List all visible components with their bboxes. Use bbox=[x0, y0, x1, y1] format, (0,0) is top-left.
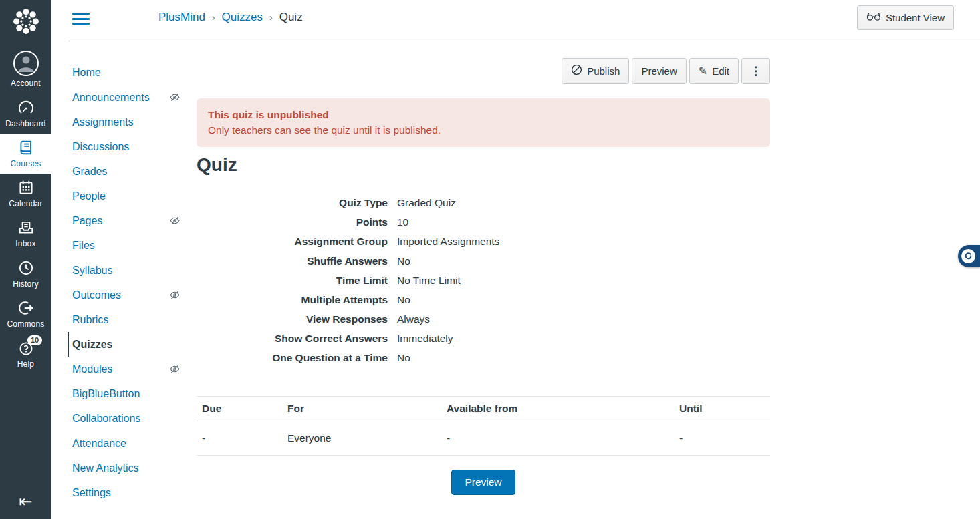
collapse-sidebar-icon[interactable]: ⇤ bbox=[0, 486, 51, 519]
publish-button[interactable]: Publish bbox=[562, 58, 629, 84]
detail-row-assignment-group: Assignment Group Imported Assignments bbox=[197, 236, 770, 255]
canvas-logo-icon[interactable] bbox=[0, 0, 51, 45]
hidden-eye-icon bbox=[169, 215, 180, 226]
sidebar-item-inbox[interactable]: Inbox bbox=[0, 214, 51, 254]
glasses-icon bbox=[866, 11, 881, 24]
sidebar-item-label: Calendar bbox=[9, 199, 42, 208]
publish-label: Publish bbox=[587, 65, 620, 77]
course-nav: Home Announcements Assignments Discussio… bbox=[51, 41, 197, 519]
cell-due: - bbox=[197, 421, 282, 456]
more-options-button[interactable]: ⋮ bbox=[741, 58, 770, 84]
page-title: Quiz bbox=[197, 154, 770, 176]
sidebar-item-label: Courses bbox=[10, 159, 41, 168]
breadcrumb-current: Quiz bbox=[279, 11, 303, 24]
student-view-label: Student View bbox=[886, 11, 945, 24]
sidebar-item-account[interactable]: Account bbox=[0, 45, 51, 94]
course-nav-attendance[interactable]: Attendance bbox=[72, 431, 180, 456]
hidden-eye-icon bbox=[169, 92, 180, 103]
detail-row-time-limit: Time Limit No Time Limit bbox=[197, 275, 770, 294]
col-header-for: For bbox=[282, 397, 441, 421]
sidebar-item-label: Account bbox=[11, 79, 41, 88]
course-nav-discussions[interactable]: Discussions bbox=[72, 134, 180, 159]
course-nav-quizzes[interactable]: Quizzes bbox=[68, 332, 176, 357]
help-badge: 10 bbox=[27, 335, 42, 345]
cell-until: - bbox=[674, 421, 770, 456]
breadcrumb: PlusMind › Quizzes › Quiz bbox=[158, 11, 303, 24]
header-divider bbox=[68, 41, 980, 41]
course-nav-home[interactable]: Home bbox=[72, 60, 180, 85]
course-nav-announcements[interactable]: Announcements bbox=[72, 85, 180, 110]
edit-button[interactable]: ✎ Edit bbox=[689, 58, 739, 84]
detail-row-view-responses: View Responses Always bbox=[197, 313, 770, 333]
detail-row-multiple-attempts: Multiple Attempts No bbox=[197, 294, 770, 313]
cell-for: Everyone bbox=[282, 421, 441, 456]
course-nav-grades[interactable]: Grades bbox=[72, 159, 180, 184]
sidebar-item-label: Dashboard bbox=[5, 119, 46, 128]
availability-table: Due For Available from Until - Everyone … bbox=[197, 396, 770, 456]
course-nav-outcomes[interactable]: Outcomes bbox=[72, 283, 180, 307]
clock-icon bbox=[17, 259, 35, 277]
course-nav-settings[interactable]: Settings bbox=[72, 480, 180, 505]
col-header-until: Until bbox=[674, 397, 770, 421]
hidden-eye-icon bbox=[169, 363, 180, 375]
canvas-app: Account Dashboard Courses bbox=[0, 0, 980, 519]
detail-row-show-correct-answers: Show Correct Answers Immediately bbox=[197, 333, 770, 352]
course-nav-bigbluebutton[interactable]: BigBlueButton bbox=[72, 381, 180, 406]
sidebar-item-label: History bbox=[13, 279, 39, 289]
pencil-icon: ✎ bbox=[699, 66, 707, 77]
quiz-details: Quiz Type Graded Quiz Points 10 Assignme… bbox=[197, 197, 770, 371]
hidden-eye-icon bbox=[169, 289, 180, 301]
detail-row-quiz-type: Quiz Type Graded Quiz bbox=[197, 197, 770, 216]
course-nav-collaborations[interactable]: Collaborations bbox=[72, 406, 180, 431]
cell-available-from: - bbox=[441, 421, 674, 456]
breadcrumb-quizzes-link[interactable]: Quizzes bbox=[222, 11, 263, 24]
breadcrumb-separator: › bbox=[212, 12, 215, 23]
sidebar-item-dashboard[interactable]: Dashboard bbox=[0, 94, 51, 134]
sidebar-item-label: Help bbox=[17, 359, 34, 369]
avatar bbox=[13, 51, 39, 76]
main-region: PlusMind › Quizzes › Quiz Student View bbox=[51, 0, 980, 519]
course-nav-modules[interactable]: Modules bbox=[72, 357, 180, 381]
preview-button-bottom[interactable]: Preview bbox=[451, 470, 515, 495]
sidebar-item-calendar[interactable]: Calendar bbox=[0, 174, 51, 214]
preview-label: Preview bbox=[641, 65, 677, 77]
alert-message: Only teachers can see the quiz until it … bbox=[208, 122, 759, 138]
quiz-toolbar: Publish Preview ✎ Edit ⋮ bbox=[197, 58, 770, 84]
preview-button-top[interactable]: Preview bbox=[632, 58, 686, 84]
col-header-available-from: Available from bbox=[441, 397, 674, 421]
calendar-icon bbox=[17, 179, 35, 196]
extension-widget[interactable] bbox=[958, 245, 980, 267]
course-nav-rubrics[interactable]: Rubrics bbox=[72, 307, 180, 332]
breadcrumb-course-link[interactable]: PlusMind bbox=[158, 11, 205, 24]
book-icon bbox=[17, 139, 35, 156]
course-nav-pages[interactable]: Pages bbox=[72, 208, 180, 233]
sidebar-item-commons[interactable]: Commons bbox=[0, 294, 51, 334]
sidebar-item-help[interactable]: 10 Help bbox=[0, 334, 51, 374]
detail-row-points: Points 10 bbox=[197, 216, 770, 236]
topbar: PlusMind › Quizzes › Quiz Student View bbox=[51, 0, 980, 41]
alert-title: This quiz is unpublished bbox=[208, 107, 759, 122]
table-row: - Everyone - - bbox=[197, 421, 770, 456]
detail-row-shuffle-answers: Shuffle Answers No bbox=[197, 255, 770, 275]
ban-icon bbox=[571, 64, 582, 78]
sidebar-item-label: Commons bbox=[7, 319, 44, 329]
student-view-button[interactable]: Student View bbox=[857, 5, 954, 30]
global-nav: Account Dashboard Courses bbox=[0, 0, 51, 519]
col-header-due: Due bbox=[197, 397, 282, 421]
breadcrumb-separator: › bbox=[269, 12, 273, 23]
sidebar-item-label: Inbox bbox=[15, 239, 35, 248]
hamburger-menu-icon[interactable] bbox=[72, 11, 90, 26]
course-nav-syllabus[interactable]: Syllabus bbox=[72, 258, 180, 283]
course-nav-people[interactable]: People bbox=[72, 184, 180, 208]
course-nav-new-analytics[interactable]: New Analytics bbox=[72, 456, 180, 480]
quiz-show-page: Publish Preview ✎ Edit ⋮ This quiz is un… bbox=[197, 41, 770, 519]
share-arrow-icon bbox=[17, 299, 35, 317]
unpublished-alert: This quiz is unpublished Only teachers c… bbox=[197, 98, 770, 147]
edit-label: Edit bbox=[712, 65, 729, 77]
sidebar-item-history[interactable]: History bbox=[0, 254, 51, 294]
sidebar-item-courses[interactable]: Courses bbox=[0, 134, 51, 174]
course-nav-files[interactable]: Files bbox=[72, 233, 180, 258]
detail-row-one-question: One Question at a Time No bbox=[197, 352, 770, 371]
extension-widget-icon bbox=[961, 249, 975, 263]
course-nav-assignments[interactable]: Assignments bbox=[72, 110, 180, 134]
